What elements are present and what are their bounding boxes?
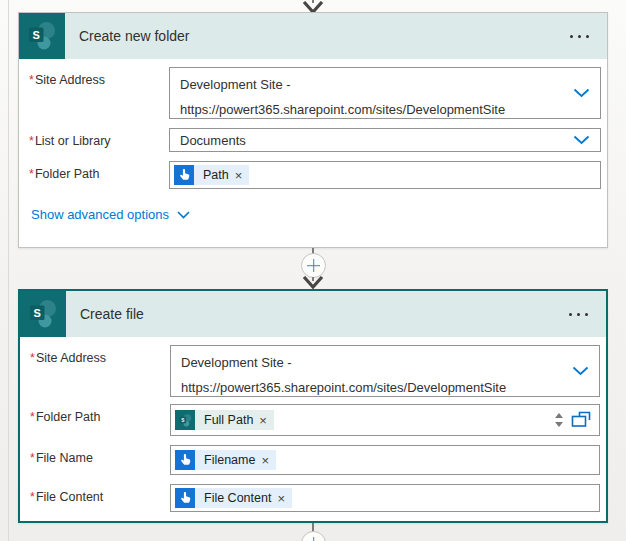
more-menu-button[interactable]: [568, 29, 591, 44]
file-content-input[interactable]: File Content ×: [170, 484, 600, 512]
folder-path-input[interactable]: Path ×: [169, 161, 601, 189]
required-asterisk: *: [29, 167, 34, 181]
token-label: File Content: [204, 491, 271, 505]
file-name-label: *File Name: [30, 445, 170, 465]
close-icon[interactable]: ×: [261, 454, 269, 467]
chevron-down-icon: [177, 211, 190, 219]
manual-trigger-icon: [175, 450, 195, 470]
manual-trigger-icon: [174, 165, 194, 185]
value-spinner[interactable]: [555, 413, 563, 427]
required-asterisk: *: [30, 490, 35, 504]
close-icon[interactable]: ×: [235, 169, 243, 182]
manual-trigger-icon: [175, 488, 195, 508]
card-body: *Site Address Development Site - https:/…: [20, 337, 606, 512]
card-body: *Site Address Development Site - https:/…: [19, 59, 607, 223]
close-icon[interactable]: ×: [259, 414, 267, 427]
list-or-library-value: Documents: [180, 133, 246, 148]
sharepoint-letter: S: [34, 307, 41, 319]
action-card-create-new-folder[interactable]: S Create new folder *Site Address Develo…: [18, 12, 608, 248]
site-address-value-line2: https://powert365.sharepoint.com/sites/D…: [181, 378, 565, 397]
insert-step-button[interactable]: [301, 531, 326, 541]
canvas-edge-divider: [8, 0, 9, 541]
site-address-combobox[interactable]: Development Site - https://powert365.sha…: [170, 345, 600, 397]
dynamic-content-token-filename[interactable]: Filename ×: [175, 450, 276, 470]
site-address-value-line1: Development Site -: [180, 75, 566, 94]
action-card-create-file[interactable]: S Create file *Site Address Development …: [18, 289, 608, 523]
folder-path-label: *Folder Path: [29, 161, 169, 181]
card-header[interactable]: S Create file: [20, 291, 606, 337]
card-header[interactable]: S Create new folder: [19, 13, 607, 59]
required-asterisk: *: [29, 134, 34, 148]
required-asterisk: *: [30, 410, 35, 424]
spinner-down-icon[interactable]: [555, 422, 563, 427]
dynamic-content-token-file-content[interactable]: File Content ×: [175, 488, 292, 508]
insert-step-button[interactable]: [301, 253, 326, 278]
required-asterisk: *: [30, 451, 35, 465]
chevron-down-icon[interactable]: [573, 135, 590, 145]
sharepoint-icon: S: [20, 291, 66, 337]
spinner-up-icon[interactable]: [555, 413, 563, 418]
site-address-combobox[interactable]: Development Site - https://powert365.sha…: [169, 67, 601, 119]
site-address-label: *Site Address: [29, 67, 169, 87]
site-address-value-line1: Development Site -: [181, 353, 565, 372]
dynamic-content-token-path[interactable]: Path ×: [174, 165, 249, 185]
close-icon[interactable]: ×: [277, 492, 285, 505]
list-or-library-combobox[interactable]: Documents: [169, 128, 601, 152]
list-or-library-label: *List or Library: [29, 128, 169, 148]
site-address-value-line2: https://powert365.sharepoint.com/sites/D…: [180, 100, 566, 119]
token-label: Filename: [204, 453, 255, 467]
required-asterisk: *: [30, 351, 35, 365]
more-menu-button[interactable]: [567, 307, 590, 322]
folder-picker-icon[interactable]: [571, 411, 591, 429]
chevron-down-icon[interactable]: [573, 88, 590, 98]
token-label: Full Path: [204, 413, 253, 427]
arrow-down-icon: [302, 276, 324, 289]
dynamic-content-token-full-path[interactable]: S Full Path ×: [175, 410, 274, 430]
chevron-down-icon[interactable]: [572, 366, 589, 376]
sharepoint-icon: S: [175, 410, 195, 430]
card-title: Create file: [80, 306, 144, 322]
folder-path-label: *Folder Path: [30, 404, 170, 424]
flow-designer-canvas: S Create new folder *Site Address Develo…: [0, 0, 626, 541]
show-advanced-options-link[interactable]: Show advanced options: [31, 207, 190, 222]
site-address-label: *Site Address: [30, 345, 170, 365]
token-label: Path: [203, 168, 229, 182]
folder-path-input[interactable]: S Full Path ×: [170, 404, 600, 436]
card-title: Create new folder: [79, 28, 190, 44]
file-content-label: *File Content: [30, 484, 170, 504]
required-asterisk: *: [29, 73, 34, 87]
sharepoint-letter: S: [33, 29, 40, 41]
file-name-input[interactable]: Filename ×: [170, 445, 600, 475]
sharepoint-icon: S: [19, 13, 65, 59]
